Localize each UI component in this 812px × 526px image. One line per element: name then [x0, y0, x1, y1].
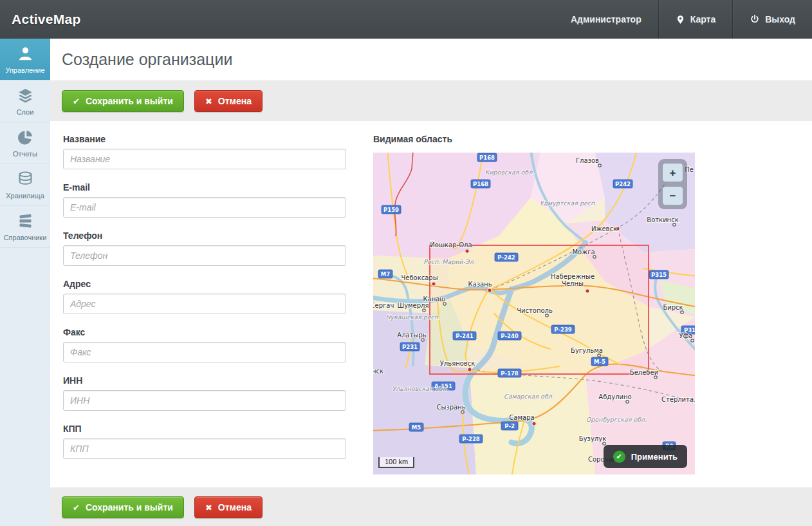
road-badge: Р159	[382, 205, 401, 214]
map-town-dot	[654, 376, 657, 379]
map-town-dot	[626, 400, 629, 403]
check-icon: ✔	[73, 503, 80, 512]
map-city-label: Канаш	[423, 296, 445, 303]
road-badge: Р-228	[459, 435, 483, 443]
map-town-dot	[593, 256, 596, 258]
map-city-label: Бугульма	[571, 347, 603, 354]
email-field[interactable]	[63, 197, 346, 218]
sidebar-item-layers[interactable]: Слои	[0, 80, 50, 122]
form-panel: Название E-mail Телефон Адрес Факс ИНН	[50, 121, 812, 487]
map-link[interactable]: Карта	[658, 0, 733, 39]
map-city-label: Ульяновск	[440, 360, 475, 367]
sidebar-item-label: Слои	[17, 108, 34, 116]
map-region-label: Удмуртская респ.	[540, 200, 597, 207]
map-city-label: Чебоксары	[401, 274, 438, 281]
road-badge: Р-241	[453, 332, 476, 340]
sidebar-item-reports[interactable]: Отчеты	[0, 122, 50, 164]
map-region-label: Самарская обл.	[504, 393, 554, 400]
kpp-field-label: КПП	[63, 424, 346, 434]
svg-text:Р-242: Р-242	[497, 254, 515, 261]
road-badge: Р-239	[551, 325, 575, 333]
map-city-label: Бузулук	[579, 435, 606, 442]
map-region-label: Респ. Марий-Эл	[423, 258, 474, 265]
road-badge: Р168	[477, 153, 497, 162]
map-widget[interactable]: Р168 Р168 Р242 Р159 Р-242 М7 Р315 Р-241 …	[373, 153, 695, 474]
apply-button-label: Применить	[631, 452, 678, 462]
map-town-dot	[691, 339, 694, 342]
zoom-in-button[interactable]: +	[662, 163, 683, 182]
zoom-out-button[interactable]: −	[662, 186, 683, 205]
map-city-label: Шумерля	[397, 302, 429, 309]
map-city-label: Уфа	[679, 332, 693, 339]
sidebar-item-management[interactable]: Управление	[0, 39, 50, 80]
save-button[interactable]: ✔ Сохранить и выйти	[62, 90, 184, 112]
road-badge: Р-240	[498, 332, 521, 340]
road-badge: Р231	[400, 343, 420, 351]
kpp-field-group: КПП	[63, 424, 346, 459]
phone-field-group: Телефон	[63, 230, 346, 266]
svg-text:Р-228: Р-228	[462, 436, 480, 442]
user-name: Администратор	[571, 14, 641, 24]
map-town-dot	[598, 354, 600, 357]
sidebar-item-storages[interactable]: Хранилища	[0, 164, 50, 206]
page-title: Создание организации	[62, 50, 232, 69]
phone-field-label: Телефон	[63, 230, 346, 241]
phone-field[interactable]	[63, 245, 346, 266]
x-icon: ✖	[205, 503, 212, 512]
top-bar-right: Администратор Карта Выход	[554, 0, 812, 39]
apply-button[interactable]: ✔ Применить	[604, 445, 687, 468]
cancel-button[interactable]: ✖ Отмена	[194, 90, 263, 112]
check-icon: ✔	[73, 97, 80, 106]
map-city-label: Йошкар-Ола	[430, 241, 472, 249]
map-city-label: нск	[373, 368, 383, 375]
map-region-label: Ульяновская обл.	[392, 385, 448, 392]
map-section-label: Видимая область	[373, 134, 695, 144]
save-button-label: Сохранить и выйти	[86, 96, 173, 106]
email-field-label: E-mail	[63, 182, 346, 193]
road-badge: Р315	[649, 270, 669, 279]
logout-label: Выход	[765, 14, 795, 24]
sidebar-item-label: Управление	[5, 66, 44, 74]
name-field[interactable]	[63, 149, 346, 169]
map-city-label: Белебей	[630, 369, 658, 376]
svg-text:Р-178: Р-178	[501, 370, 519, 377]
logout-link[interactable]: Выход	[732, 0, 812, 39]
map-town-dot	[421, 339, 424, 341]
road-badge: М5	[409, 423, 423, 431]
road-badge: М7	[378, 270, 392, 278]
fax-field-group: Факс	[63, 327, 346, 362]
svg-text:Р168: Р168	[479, 155, 495, 161]
map-city-label: Чистополь	[517, 307, 553, 314]
toolbar-top: ✔ Сохранить и выйти ✖ Отмена	[50, 81, 812, 121]
road-badge: Р-2	[501, 422, 518, 430]
map-city-dot	[432, 282, 436, 286]
map-city-dot	[465, 249, 469, 253]
user-menu[interactable]: Администратор	[554, 0, 658, 39]
sidebar: Управление Слои Отчеты Хранилища Справоч…	[0, 39, 50, 526]
main-content: Создание организации ✔ Сохранить и выйти…	[50, 39, 812, 526]
map-region-label: Оренбургская обл.	[586, 416, 647, 423]
map-town-dot	[546, 314, 548, 317]
app-logo: ActiveMap	[12, 12, 81, 27]
inn-field-group: ИНН	[63, 375, 346, 411]
road-badge: Р-178	[498, 369, 521, 377]
user-icon	[17, 45, 34, 62]
fax-field[interactable]	[63, 342, 346, 362]
map-region-label: Кировская обл.	[485, 169, 535, 176]
svg-text:Р168: Р168	[473, 181, 488, 187]
address-field[interactable]	[63, 294, 346, 314]
map-city-label: Самара	[509, 414, 534, 421]
form-column: Название E-mail Телефон Адрес Факс ИНН	[63, 134, 346, 474]
map-city-label: Абдулино	[598, 393, 631, 400]
inn-field[interactable]	[63, 390, 346, 411]
svg-text:Р315: Р315	[651, 272, 667, 278]
address-field-label: Адрес	[63, 279, 346, 289]
save-button[interactable]: ✔ Сохранить и выйти	[62, 496, 184, 518]
map-canvas[interactable]: Р168 Р168 Р242 Р159 Р-242 М7 Р315 Р-241 …	[373, 153, 695, 474]
cancel-button[interactable]: ✖ Отмена	[194, 496, 263, 518]
page-header: Создание организации	[50, 39, 812, 81]
map-city-label: Бирск	[663, 304, 683, 311]
kpp-field[interactable]	[63, 438, 346, 459]
sidebar-item-directories[interactable]: Справочники	[0, 206, 50, 248]
map-city-label: Алатырь	[397, 332, 426, 339]
